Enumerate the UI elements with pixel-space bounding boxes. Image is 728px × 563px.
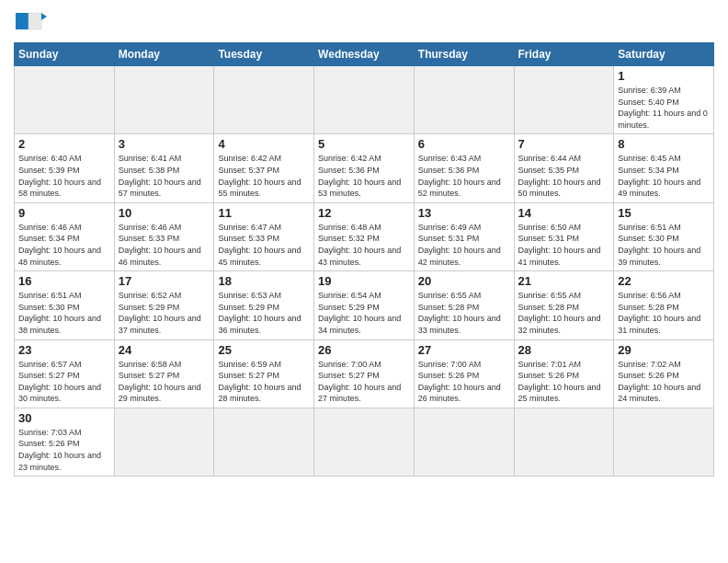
calendar-cell: 27Sunrise: 7:00 AM Sunset: 5:26 PM Dayli…: [414, 339, 514, 408]
header: [14, 9, 714, 35]
calendar-cell: 15Sunrise: 6:51 AM Sunset: 5:30 PM Dayli…: [614, 202, 714, 270]
weekday-header-tuesday: Tuesday: [214, 43, 314, 66]
calendar-cell: 25Sunrise: 6:59 AM Sunset: 5:27 PM Dayli…: [214, 339, 314, 408]
calendar-cell: 29Sunrise: 7:02 AM Sunset: 5:26 PM Dayli…: [614, 339, 714, 408]
calendar-cell: 14Sunrise: 6:50 AM Sunset: 5:31 PM Dayli…: [514, 202, 614, 270]
day-number: 11: [218, 206, 310, 220]
day-number: 10: [119, 206, 210, 220]
calendar-cell: 18Sunrise: 6:53 AM Sunset: 5:29 PM Dayli…: [214, 271, 314, 339]
logo-icon: [14, 9, 47, 35]
day-info: Sunrise: 6:50 AM Sunset: 5:31 PM Dayligh…: [518, 222, 610, 268]
day-number: 30: [18, 411, 110, 425]
day-info: Sunrise: 6:42 AM Sunset: 5:36 PM Dayligh…: [318, 153, 410, 199]
calendar-cell: 19Sunrise: 6:54 AM Sunset: 5:29 PM Dayli…: [314, 271, 415, 339]
calendar-cell: [514, 66, 614, 134]
day-number: 3: [119, 137, 210, 151]
day-info: Sunrise: 7:00 AM Sunset: 5:26 PM Dayligh…: [418, 359, 510, 405]
week-row-4: 16Sunrise: 6:51 AM Sunset: 5:30 PM Dayli…: [15, 271, 714, 339]
week-row-6: 30Sunrise: 7:03 AM Sunset: 5:26 PM Dayli…: [15, 408, 714, 476]
calendar-cell: [114, 66, 214, 134]
weekday-header-thursday: Thursday: [414, 43, 514, 66]
calendar-cell: 3Sunrise: 6:41 AM Sunset: 5:38 PM Daylig…: [114, 134, 214, 202]
day-number: 28: [518, 343, 610, 357]
calendar-cell: 13Sunrise: 6:49 AM Sunset: 5:31 PM Dayli…: [414, 202, 514, 270]
day-info: Sunrise: 6:39 AM Sunset: 5:40 PM Dayligh…: [618, 85, 710, 131]
day-info: Sunrise: 6:40 AM Sunset: 5:39 PM Dayligh…: [18, 153, 110, 199]
calendar-cell: [214, 66, 314, 134]
calendar-cell: 11Sunrise: 6:47 AM Sunset: 5:33 PM Dayli…: [214, 202, 314, 270]
day-number: 21: [518, 274, 610, 288]
day-info: Sunrise: 6:43 AM Sunset: 5:36 PM Dayligh…: [418, 153, 510, 199]
calendar-cell: [414, 66, 514, 134]
day-number: 22: [618, 274, 710, 288]
calendar-cell: 20Sunrise: 6:55 AM Sunset: 5:28 PM Dayli…: [414, 271, 514, 339]
day-number: 9: [18, 206, 110, 220]
svg-rect-0: [16, 13, 28, 29]
day-number: 24: [119, 343, 210, 357]
day-number: 8: [618, 137, 710, 151]
day-number: 19: [318, 274, 410, 288]
day-info: Sunrise: 6:42 AM Sunset: 5:37 PM Dayligh…: [218, 153, 310, 199]
week-row-5: 23Sunrise: 6:57 AM Sunset: 5:27 PM Dayli…: [15, 339, 714, 408]
svg-marker-2: [41, 13, 47, 20]
day-number: 14: [518, 206, 610, 220]
day-number: 20: [418, 274, 510, 288]
calendar-cell: 8Sunrise: 6:45 AM Sunset: 5:34 PM Daylig…: [614, 134, 714, 202]
week-row-3: 9Sunrise: 6:46 AM Sunset: 5:34 PM Daylig…: [15, 202, 714, 270]
day-number: 15: [618, 206, 710, 220]
week-row-1: 1Sunrise: 6:39 AM Sunset: 5:40 PM Daylig…: [15, 66, 714, 134]
calendar-cell: 9Sunrise: 6:46 AM Sunset: 5:34 PM Daylig…: [15, 202, 115, 270]
calendar-cell: 23Sunrise: 6:57 AM Sunset: 5:27 PM Dayli…: [15, 339, 115, 408]
week-row-2: 2Sunrise: 6:40 AM Sunset: 5:39 PM Daylig…: [15, 134, 714, 202]
calendar-page: SundayMondayTuesdayWednesdayThursdayFrid…: [0, 0, 728, 563]
calendar-cell: 24Sunrise: 6:58 AM Sunset: 5:27 PM Dayli…: [114, 339, 214, 408]
day-info: Sunrise: 7:01 AM Sunset: 5:26 PM Dayligh…: [518, 359, 610, 405]
day-number: 17: [119, 274, 210, 288]
day-info: Sunrise: 6:54 AM Sunset: 5:29 PM Dayligh…: [318, 290, 410, 336]
calendar-cell: [114, 408, 214, 476]
weekday-header-friday: Friday: [514, 43, 614, 66]
weekday-header-monday: Monday: [114, 43, 214, 66]
calendar-cell: 30Sunrise: 7:03 AM Sunset: 5:26 PM Dayli…: [15, 408, 115, 476]
day-info: Sunrise: 6:44 AM Sunset: 5:35 PM Dayligh…: [518, 153, 610, 199]
weekday-header-sunday: Sunday: [15, 43, 115, 66]
calendar-cell: 17Sunrise: 6:52 AM Sunset: 5:29 PM Dayli…: [114, 271, 214, 339]
day-info: Sunrise: 6:57 AM Sunset: 5:27 PM Dayligh…: [18, 359, 110, 405]
day-number: 27: [418, 343, 510, 357]
calendar-cell: 12Sunrise: 6:48 AM Sunset: 5:32 PM Dayli…: [314, 202, 415, 270]
day-info: Sunrise: 6:56 AM Sunset: 5:28 PM Dayligh…: [618, 290, 710, 336]
calendar-cell: [214, 408, 314, 476]
calendar-table: SundayMondayTuesdayWednesdayThursdayFrid…: [14, 42, 714, 477]
day-info: Sunrise: 6:55 AM Sunset: 5:28 PM Dayligh…: [518, 290, 610, 336]
day-number: 2: [18, 137, 110, 151]
day-info: Sunrise: 6:51 AM Sunset: 5:30 PM Dayligh…: [18, 290, 110, 336]
weekday-header-saturday: Saturday: [614, 43, 714, 66]
calendar-cell: 2Sunrise: 6:40 AM Sunset: 5:39 PM Daylig…: [15, 134, 115, 202]
calendar-cell: [514, 408, 614, 476]
day-info: Sunrise: 6:55 AM Sunset: 5:28 PM Dayligh…: [418, 290, 510, 336]
day-info: Sunrise: 6:58 AM Sunset: 5:27 PM Dayligh…: [119, 359, 210, 405]
day-number: 16: [18, 274, 110, 288]
day-number: 6: [418, 137, 510, 151]
day-info: Sunrise: 7:02 AM Sunset: 5:26 PM Dayligh…: [618, 359, 710, 405]
calendar-cell: [15, 66, 115, 134]
day-info: Sunrise: 6:51 AM Sunset: 5:30 PM Dayligh…: [618, 222, 710, 268]
day-number: 26: [318, 343, 410, 357]
calendar-cell: 1Sunrise: 6:39 AM Sunset: 5:40 PM Daylig…: [614, 66, 714, 134]
calendar-cell: 26Sunrise: 7:00 AM Sunset: 5:27 PM Dayli…: [314, 339, 415, 408]
logo: [14, 9, 51, 35]
calendar-cell: 4Sunrise: 6:42 AM Sunset: 5:37 PM Daylig…: [214, 134, 314, 202]
day-number: 4: [218, 137, 310, 151]
day-info: Sunrise: 6:41 AM Sunset: 5:38 PM Dayligh…: [119, 153, 210, 199]
day-number: 5: [318, 137, 410, 151]
day-number: 18: [218, 274, 310, 288]
calendar-cell: 28Sunrise: 7:01 AM Sunset: 5:26 PM Dayli…: [514, 339, 614, 408]
calendar-cell: 21Sunrise: 6:55 AM Sunset: 5:28 PM Dayli…: [514, 271, 614, 339]
day-info: Sunrise: 6:59 AM Sunset: 5:27 PM Dayligh…: [218, 359, 310, 405]
calendar-cell: [414, 408, 514, 476]
day-info: Sunrise: 7:00 AM Sunset: 5:27 PM Dayligh…: [318, 359, 410, 405]
day-number: 29: [618, 343, 710, 357]
calendar-cell: 6Sunrise: 6:43 AM Sunset: 5:36 PM Daylig…: [414, 134, 514, 202]
svg-rect-1: [28, 13, 41, 29]
calendar-cell: [614, 408, 714, 476]
